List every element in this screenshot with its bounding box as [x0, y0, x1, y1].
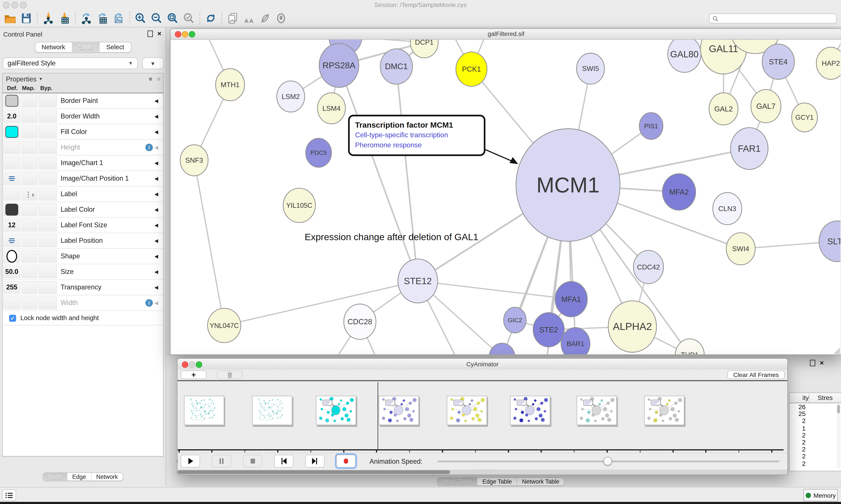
property-default-value[interactable]: 50.0 — [5, 268, 18, 275]
delete-frame-button[interactable] — [217, 371, 243, 379]
network-node[interactable]: FAR1 — [731, 128, 768, 169]
network-node[interactable] — [489, 343, 515, 354]
open-folder-button[interactable] — [2, 11, 18, 25]
network-node[interactable]: HAP2 — [816, 47, 840, 79]
import-table-button[interactable] — [56, 11, 72, 25]
property-row[interactable]: Shape◀ — [3, 249, 163, 264]
network-node[interactable]: GCY1 — [792, 103, 818, 132]
bypass-cell[interactable] — [38, 219, 57, 232]
property-row[interactable]: Image/Chart Position 1◀ — [3, 171, 163, 186]
bypass-cell[interactable] — [38, 141, 57, 154]
color-swatch[interactable] — [5, 95, 18, 107]
stop-button[interactable] — [243, 455, 262, 468]
expand-property-icon[interactable]: ◀ — [155, 238, 163, 243]
bypass-cell[interactable] — [38, 157, 57, 169]
mapping-cell[interactable] — [21, 110, 37, 123]
expand-property-icon[interactable]: ◀ — [155, 160, 163, 165]
property-default-value[interactable]: 2.0 — [7, 112, 17, 120]
zoom-in-button[interactable] — [132, 11, 148, 25]
add-frame-button[interactable]: + — [181, 371, 207, 379]
default-cell[interactable] — [3, 94, 20, 107]
network-node[interactable]: CDC28 — [344, 304, 376, 340]
bypass-cell[interactable] — [38, 281, 57, 294]
float-table-panel-icon[interactable] — [810, 360, 816, 366]
table-vertical-scrollbar[interactable] — [837, 404, 840, 468]
table-row[interactable]: 2 — [789, 460, 841, 467]
network-node[interactable]: MFA1 — [555, 282, 587, 317]
info-icon[interactable]: i — [145, 144, 153, 151]
info-icon[interactable]: i — [145, 299, 153, 307]
network-node[interactable]: CLN3 — [713, 193, 742, 224]
zoom-out-button[interactable] — [148, 11, 164, 25]
expand-property-icon[interactable]: ◀ — [155, 98, 163, 103]
bypass-cell[interactable] — [38, 110, 57, 123]
network-node[interactable]: PDC5 — [306, 138, 332, 167]
table-row[interactable]: 1 — [789, 425, 841, 432]
zoom-window-icon[interactable] — [196, 361, 202, 368]
network-node[interactable]: RPS28A — [319, 43, 359, 87]
default-cell[interactable] — [3, 125, 20, 138]
default-cell[interactable] — [3, 250, 20, 263]
skip-start-button[interactable] — [274, 455, 293, 468]
minimize-window-icon[interactable] — [182, 31, 188, 37]
default-cell[interactable] — [3, 296, 20, 309]
default-cell[interactable]: 2.0 — [3, 110, 20, 123]
expand-property-icon[interactable]: ◀ — [155, 114, 163, 119]
network-node[interactable]: STE2 — [533, 313, 564, 347]
mapping-cell[interactable] — [21, 234, 37, 247]
play-button[interactable] — [181, 455, 200, 468]
expand-property-icon[interactable]: ◀ — [155, 207, 163, 212]
annotation-box[interactable]: Transcription factor MCM1 Cell-type-spec… — [348, 115, 485, 156]
property-row[interactable]: ⋮›Label◀ — [3, 186, 163, 202]
lock-size-checkbox[interactable]: ✓ — [9, 314, 16, 321]
default-cell[interactable] — [3, 234, 20, 247]
default-cell[interactable] — [3, 203, 20, 216]
table-row[interactable]: 2 — [789, 417, 841, 424]
hide-eye-button[interactable] — [257, 11, 273, 25]
table-row[interactable]: 2 — [789, 446, 841, 453]
bypass-cell[interactable] — [38, 187, 57, 201]
network-node[interactable]: SWI4 — [726, 233, 755, 265]
bypass-cell[interactable] — [38, 250, 57, 263]
network-node[interactable]: GAL7 — [751, 90, 781, 123]
column-header-stress[interactable]: Stres — [809, 393, 841, 403]
network-node[interactable]: MTH1 — [215, 69, 245, 101]
zoom-window-icon[interactable] — [189, 31, 195, 37]
clear-all-frames-button[interactable]: Clear All Frames — [727, 371, 785, 379]
property-row[interactable]: Fill Color◀ — [3, 124, 163, 140]
network-node[interactable]: SLT2 — [819, 221, 841, 262]
zoom-fit-button[interactable] — [165, 11, 181, 25]
network-node[interactable]: MCM1 — [516, 129, 620, 241]
property-default-value[interactable]: 12 — [8, 221, 16, 229]
style-dropdown[interactable]: galFiltered Style ▼ — [3, 57, 138, 69]
table-row[interactable]: 2 — [789, 432, 841, 438]
network-node[interactable]: STE12 — [398, 259, 437, 303]
tab-edge[interactable]: Edge — [68, 473, 91, 480]
expand-property-icon[interactable]: ◀ — [155, 269, 163, 274]
memory-button[interactable]: Memory — [804, 489, 838, 501]
zoom-traffic-light[interactable] — [20, 2, 27, 8]
network-node[interactable]: PIS1 — [639, 112, 663, 139]
expand-all-icon[interactable]: » — [147, 77, 155, 81]
table-row[interactable]: 25 — [789, 410, 841, 417]
mapping-cell[interactable] — [21, 125, 37, 138]
bypass-cell[interactable] — [38, 234, 57, 247]
annotation-link[interactable]: Pheromone response — [355, 140, 478, 150]
column-header-centrality[interactable]: ity — [789, 393, 809, 403]
property-row[interactable]: Label Position◀ — [3, 233, 163, 249]
annotation-link[interactable]: Cell-type-specific transcription — [355, 130, 478, 140]
timeline[interactable]: Seconds 0123456789 — [178, 381, 787, 453]
color-swatch[interactable] — [5, 204, 18, 216]
expand-property-icon[interactable]: ◀ — [155, 145, 163, 150]
search-box[interactable] — [709, 13, 837, 24]
duplicate-button[interactable] — [225, 11, 241, 25]
network-node[interactable]: DCP1 — [410, 40, 438, 58]
default-cell[interactable]: 50.0 — [3, 265, 20, 278]
network-node[interactable]: GAL2 — [709, 93, 738, 125]
bypass-cell[interactable] — [38, 172, 57, 185]
expand-property-icon[interactable]: ◀ — [155, 300, 163, 305]
network-node[interactable]: LSM4 — [318, 93, 345, 124]
table-row[interactable]: 26 — [789, 403, 841, 410]
show-panels-button[interactable] — [2, 489, 16, 501]
search-input[interactable] — [719, 15, 828, 22]
